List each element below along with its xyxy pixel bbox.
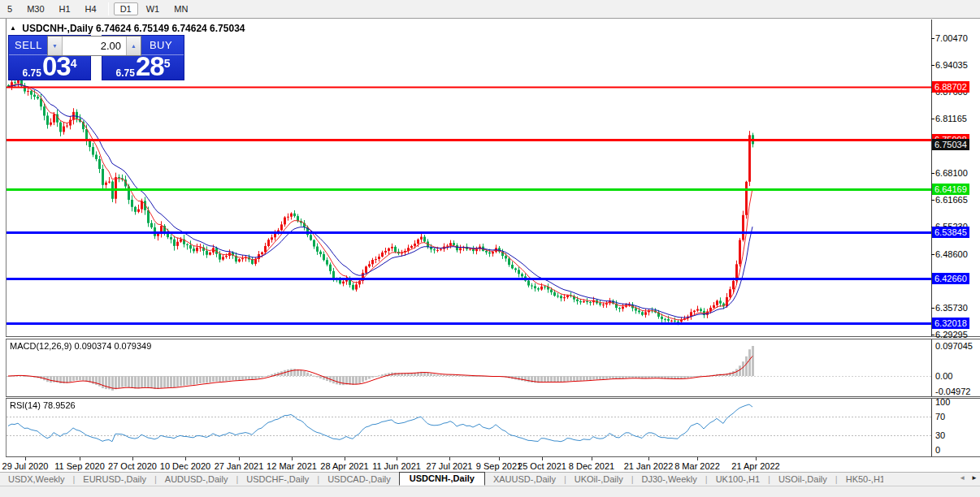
arrow-up-icon: ▲ [131, 43, 137, 49]
tab-eurusd-daily[interactable]: EURUSD-,Daily [75, 473, 154, 485]
price-line-badge: 6.88702 [932, 81, 969, 93]
date-tick-mark [25, 457, 26, 460]
price-axis-tick-label: 6.94035 [935, 60, 968, 70]
tab-hk50-h1[interactable]: HK50-,H1 [838, 473, 883, 485]
date-tick-label: 11 Sep 2020 [54, 461, 105, 471]
panel-splitter[interactable] [6, 396, 980, 399]
date-tick-mark [449, 457, 450, 460]
timeframe-toolbar: 5M30H1H4D1W1MN [0, 0, 980, 19]
timeframe-button-d1[interactable]: D1 [114, 2, 138, 15]
volume-input[interactable]: 2.00 [63, 37, 126, 55]
price-line-badge: 6.53845 [932, 227, 969, 238]
price-axis-tick-label: 6.35730 [935, 303, 968, 313]
date-tick-label: 21 Jan 2022 [624, 461, 674, 471]
date-tick-mark [648, 457, 649, 460]
date-tick-label: 8 Mar 2022 [674, 461, 720, 471]
volume-spinner: ▼ 2.00 ▲ [47, 36, 141, 56]
macd-axis-label: -0.04972 [935, 387, 970, 396]
chart-tab-bar: USDX,Weekly|EURUSD-,Daily|AUDUSD-,Daily|… [0, 472, 980, 486]
arrow-down-icon: ▼ [52, 43, 58, 49]
timeframe-button-m30[interactable]: M30 [20, 2, 50, 15]
tab-audusd-daily[interactable]: AUDUSD-,Daily [157, 473, 236, 485]
date-tick-label: 12 Mar 2021 [267, 461, 317, 471]
date-tick-mark [185, 457, 186, 460]
chart-title: ▲ USDCNH-,Daily 6.74624 6.75149 6.74624 … [10, 23, 245, 34]
collapse-panel-icon[interactable]: ▲ [10, 24, 16, 32]
panel-splitter[interactable] [6, 336, 980, 339]
sell-label: SELL [9, 39, 48, 51]
price-line-badge: 6.42660 [932, 273, 969, 284]
date-tick-mark [397, 457, 397, 460]
rsi-axis-label: 70 [935, 412, 945, 421]
status-bar [0, 486, 980, 497]
date-tick-label: 10 Dec 2020 [160, 461, 210, 471]
date-tick-mark [345, 457, 345, 460]
current-price-badge: 6.75034 [932, 139, 969, 150]
price-axis-tick-mark [931, 173, 934, 174]
price-axis-tick-mark [931, 254, 934, 255]
price-line-badge: 6.64169 [932, 184, 969, 195]
price-axis-tick-mark [931, 308, 934, 309]
buy-label: BUY [138, 39, 184, 51]
date-tick-label: 21 Apr 2022 [731, 461, 779, 471]
tab-usdcad-daily[interactable]: USDCAD-,Daily [319, 473, 399, 485]
date-tick-mark [542, 457, 543, 460]
timeframe-button-5[interactable]: 5 [1, 2, 19, 15]
date-tick-label: 9 Sep 2021 [476, 461, 522, 471]
timeframe-button-mn[interactable]: MN [167, 2, 194, 15]
rsi-panel-chart[interactable] [7, 399, 931, 456]
price-axis-tick-label: 6.29295 [935, 330, 968, 339]
price-axis-tick-mark [931, 119, 934, 119]
date-tick-mark [499, 457, 500, 460]
price-axis-tick-mark [931, 335, 934, 335]
price-line-badge: 6.32018 [932, 318, 969, 329]
price-axis-tick-mark [931, 200, 934, 201]
date-tick-label: 27 Jul 2021 [427, 461, 473, 471]
volume-increase-button[interactable]: ▲ [126, 37, 141, 55]
tab-uk100-h1[interactable]: UK100-,H1 [708, 473, 768, 485]
timeframe-button-h1[interactable]: H1 [53, 2, 77, 15]
buy-price: 6.75 28 5 [102, 55, 184, 80]
date-tick-mark [80, 457, 80, 460]
tab-dj30-weekly[interactable]: DJ30-,Weekly [634, 473, 705, 485]
date-axis[interactable]: 29 Jul 202011 Sep 202027 Oct 202010 Dec … [6, 457, 980, 472]
price-axis-tick-mark [931, 38, 934, 39]
macd-axis-label: 0.097045 [935, 341, 973, 351]
rsi-axis-label: 30 [935, 430, 945, 440]
timeframe-button-h4[interactable]: H4 [79, 2, 103, 15]
tab-usdchf-daily[interactable]: USDCHF-,Daily [238, 473, 317, 485]
date-tick-mark [132, 457, 133, 460]
tab-usoil-daily[interactable]: USOil-,Daily [770, 473, 835, 485]
date-tick-label: 11 Jun 2021 [372, 461, 421, 471]
rsi-axis-label: 0 [935, 445, 940, 455]
tab-scroll-left-icon[interactable]: ◄ [959, 474, 965, 482]
macd-axis-label: 0.00 [935, 371, 952, 381]
date-tick-label: 29 Jul 2020 [2, 461, 49, 471]
tab-ukoil-daily[interactable]: UKOil-,Daily [566, 473, 631, 485]
date-tick-mark [697, 457, 698, 460]
tab-usdcnh-daily[interactable]: USDCNH-,Daily [399, 472, 485, 486]
sell-price: 6.75 03 4 [9, 55, 90, 80]
price-axis-tick-label: 7.00470 [935, 33, 968, 43]
date-tick-label: 27 Jan 2021 [215, 461, 264, 471]
price-axis-tick-label: 6.48600 [935, 249, 968, 259]
price-axis-tick-label: 6.81165 [935, 114, 967, 123]
trading-terminal: { "toolbar": { "items": [ {"label":"5","… [0, 0, 980, 497]
toolbar-separator [108, 2, 109, 15]
date-tick-mark [292, 457, 293, 460]
ohlc-values: 6.74624 6.75149 6.74624 6.75034 [96, 23, 245, 34]
price-axis-tick-label: 6.68100 [935, 168, 968, 178]
rsi-indicator-label: RSI(14) 78.9526 [10, 400, 76, 410]
one-click-trade-widget: SELL 6.75 03 4 BUY 6.75 28 5 ▼ 2.00 ▲ [8, 35, 184, 80]
tab-xauusd-daily[interactable]: XAUUSD-,Daily [485, 473, 564, 485]
symbol-label: USDCNH-,Daily [22, 23, 93, 34]
timeframe-button-w1[interactable]: W1 [140, 2, 167, 15]
tab-usdx-weekly[interactable]: USDX,Weekly [0, 473, 72, 485]
tab-scroll-right-icon[interactable]: ► [971, 474, 978, 482]
price-axis-tick-mark [931, 65, 934, 66]
volume-decrease-button[interactable]: ▼ [48, 37, 63, 55]
date-tick-mark [239, 457, 240, 460]
date-tick-label: 28 Apr 2021 [320, 461, 368, 471]
rsi-axis-label: 100 [935, 397, 950, 407]
date-tick-label: 8 Dec 2021 [569, 461, 614, 471]
